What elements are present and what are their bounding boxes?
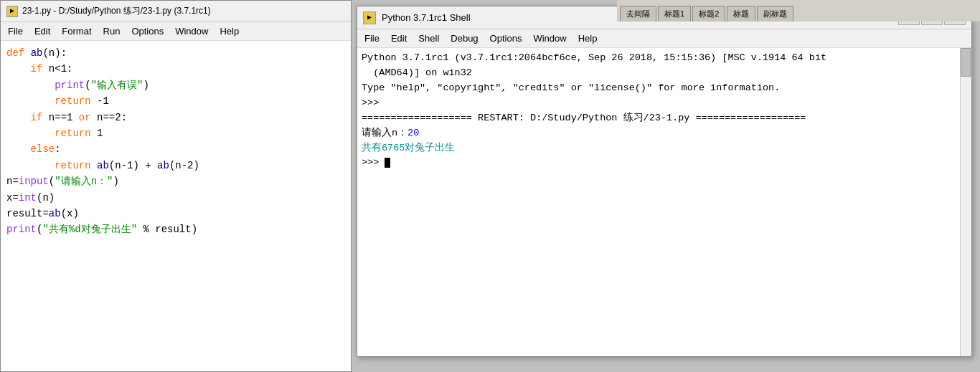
code-line-10: x=int(n)	[6, 190, 345, 206]
tab-2[interactable]: 标题2	[692, 6, 725, 22]
tab-3[interactable]: 标题	[727, 6, 755, 22]
editor-icon: ▶	[6, 6, 18, 17]
editor-menu-window[interactable]: Window	[171, 24, 212, 38]
shell-restart: =================== RESTART: D:/Study/Py…	[362, 111, 967, 126]
shell-intro-3: Type "help", "copyright", "credits" or "…	[362, 81, 967, 96]
shell-content[interactable]: Python 3.7.1rc1 (v3.7.1rc1:2064bcf6ce, S…	[357, 48, 971, 356]
editor-menu-format[interactable]: Format	[57, 24, 95, 38]
shell-prompt-2[interactable]: >>>	[362, 156, 967, 171]
shell-output-line: 共有6765对兔子出生	[362, 141, 967, 156]
editor-menu-edit[interactable]: Edit	[30, 24, 55, 38]
code-line-4: return -1	[6, 93, 345, 109]
editor-menu-help[interactable]: Help	[215, 24, 243, 38]
code-line-5: if n==1 or n==2:	[6, 110, 345, 125]
tab-qujiange[interactable]: 去间隔	[620, 6, 656, 22]
editor-window: ▶ 23-1.py - D:/Study/Python 练习/23-1.py (…	[0, 0, 352, 372]
editor-titlebar: ▶ 23-1.py - D:/Study/Python 练习/23-1.py (…	[1, 1, 351, 22]
shell-window: ▶ Python 3.7.1rc1 Shell — □ ✕ File Edit …	[357, 6, 972, 357]
editor-title: 23-1.py - D:/Study/Python 练习/23-1.py (3.…	[22, 5, 345, 17]
code-line-3: print("输入有误")	[6, 77, 345, 93]
code-line-11: result=ab(x)	[6, 206, 345, 221]
shell-intro-1: Python 3.7.1rc1 (v3.7.1rc1:2064bcf6ce, S…	[362, 51, 967, 66]
shell-scrollbar[interactable]	[960, 48, 971, 356]
shell-input-line: 请输入n：20	[362, 126, 967, 141]
shell-menu-help[interactable]: Help	[574, 32, 602, 45]
shell-menubar: File Edit Shell Debug Options Window Hel…	[357, 29, 971, 48]
taskbar-tabs: 去间隔 标题1 标题2 标题 副标题	[617, 0, 980, 22]
tab-4[interactable]: 副标题	[757, 6, 793, 22]
editor-menubar: File Edit Format Run Options Window Help	[1, 22, 351, 41]
shell-menu-edit[interactable]: Edit	[387, 32, 411, 45]
cursor	[385, 158, 390, 168]
code-line-6: return 1	[6, 125, 345, 141]
shell-icon: ▶	[363, 11, 376, 24]
shell-intro-2: (AMD64)] on win32	[362, 66, 967, 81]
editor-menu-file[interactable]: File	[4, 24, 27, 38]
tab-1[interactable]: 标题1	[658, 6, 691, 22]
shell-prompt-1: >>>	[362, 96, 967, 111]
shell-menu-options[interactable]: Options	[486, 32, 527, 45]
code-line-8: return ab(n-1) + ab(n-2)	[6, 158, 345, 173]
code-line-2: if n<1:	[6, 61, 345, 77]
code-line-1: def ab(n):	[6, 45, 345, 61]
scrollbar-thumb[interactable]	[961, 48, 971, 77]
shell-menu-file[interactable]: File	[360, 32, 384, 45]
shell-menu-debug[interactable]: Debug	[446, 32, 482, 45]
editor-content[interactable]: def ab(n): if n<1: print("输入有误") return …	[1, 41, 351, 371]
code-line-7: else:	[6, 141, 345, 157]
editor-menu-run[interactable]: Run	[99, 24, 125, 38]
code-line-12: print("共有%d对兔子出生" % result)	[6, 221, 345, 237]
code-line-9: n=input("请输入n：")	[6, 173, 345, 189]
editor-menu-options[interactable]: Options	[127, 24, 168, 38]
shell-menu-window[interactable]: Window	[529, 32, 570, 45]
shell-menu-shell[interactable]: Shell	[414, 32, 443, 45]
